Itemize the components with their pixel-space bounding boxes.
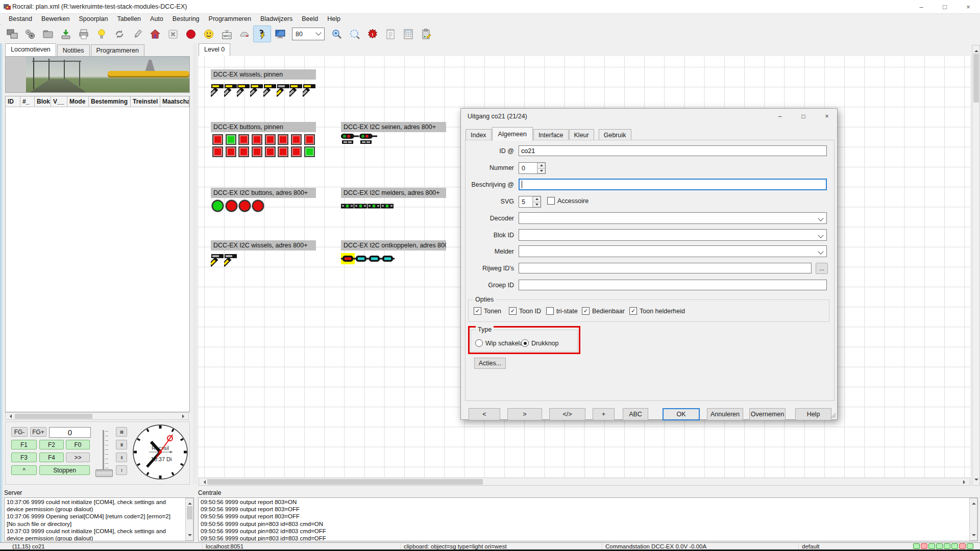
calculator-icon[interactable] <box>399 26 417 42</box>
column-header-bestemming[interactable]: Bestemming <box>89 96 131 107</box>
mouse-icon[interactable] <box>235 26 253 42</box>
round-button-symbol[interactable] <box>212 200 224 212</box>
tab-programmeren[interactable]: Programmeren <box>91 44 144 56</box>
square-button-symbol[interactable] <box>226 134 236 145</box>
decoder-select[interactable] <box>519 212 827 224</box>
edit-icon[interactable] <box>128 26 146 42</box>
uncoupler-symbol[interactable] <box>341 253 355 264</box>
server-log[interactable]: 10:37:06 9999 could not initialize [COM4… <box>4 497 194 541</box>
zoom-fit-icon[interactable] <box>346 26 363 42</box>
square-button-symbol[interactable] <box>278 146 288 157</box>
dialog-close-button[interactable]: × <box>816 109 838 123</box>
turnout-symbol[interactable] <box>224 253 237 269</box>
server-log-scrollbar[interactable] <box>185 498 193 541</box>
turnout-symbol[interactable] <box>277 83 290 99</box>
speed-step-button-iiii[interactable]: IIII <box>116 427 127 437</box>
square-button-symbol[interactable] <box>252 146 262 157</box>
column-header-[interactable]: #_ <box>20 96 35 107</box>
menu-item-besturing[interactable]: Besturing <box>168 14 204 23</box>
scroll-thumb[interactable] <box>207 479 483 485</box>
open-icon[interactable] <box>39 26 57 42</box>
square-button-symbol[interactable] <box>212 134 223 145</box>
dialog-tab-gebruik[interactable]: Gebruik <box>599 129 631 141</box>
centrale-log-scrollbar[interactable] <box>969 498 977 541</box>
turnout-symbol[interactable] <box>211 83 224 99</box>
round-button-symbol[interactable] <box>226 200 237 212</box>
f4-button[interactable]: F4 <box>39 453 64 462</box>
speed-step-button-i[interactable]: I <box>116 465 127 475</box>
close-icon[interactable] <box>164 26 182 42</box>
dialog-button-+[interactable]: + <box>593 408 615 420</box>
menu-item-bewerken[interactable]: Bewerken <box>37 14 75 23</box>
dialog-button-</>[interactable]: </> <box>549 408 585 420</box>
uncoupler-symbol[interactable] <box>354 253 368 264</box>
checkbox-bedienbaar[interactable]: ✓Bedienbaar <box>582 307 625 315</box>
tab-locomotieven[interactable]: Locomotieven <box>5 43 56 56</box>
column-header-treinstel[interactable]: Treinstel <box>131 96 160 107</box>
menu-item-beeld[interactable]: Beeld <box>297 14 323 23</box>
spin-up-icon[interactable] <box>537 163 545 168</box>
square-button-symbol[interactable] <box>238 146 249 157</box>
round-button-symbol[interactable] <box>252 200 264 212</box>
notes-icon[interactable] <box>381 26 399 42</box>
direction-button[interactable]: ^ <box>11 465 37 475</box>
power-connector-icon[interactable] <box>253 26 271 42</box>
scroll-right-icon[interactable] <box>182 414 186 418</box>
wio-icon[interactable]: WIO <box>217 26 235 42</box>
stop-icon[interactable] <box>182 26 200 42</box>
sensor-symbol[interactable] <box>381 203 394 210</box>
sensor-symbol[interactable] <box>354 203 368 210</box>
spin-down-icon[interactable] <box>537 168 545 174</box>
scroll-right-icon[interactable] <box>963 480 967 484</box>
maximize-button[interactable]: □ <box>933 0 957 13</box>
signal-symbol[interactable] <box>341 133 359 146</box>
tab-notities[interactable]: Notities <box>57 44 90 56</box>
rotate-icon[interactable] <box>110 26 128 42</box>
square-button-symbol[interactable] <box>304 134 315 145</box>
speed-step-button-iii[interactable]: III <box>116 440 127 449</box>
melder-select[interactable] <box>519 245 827 257</box>
turnout-symbol[interactable] <box>211 253 224 269</box>
dialog-tab-index[interactable]: Index <box>465 129 492 141</box>
canvas-hscrollbar[interactable] <box>199 478 970 486</box>
turnout-symbol[interactable] <box>289 83 303 99</box>
scroll-up-icon[interactable] <box>974 48 978 52</box>
rijweg-more-button[interactable]: ... <box>816 263 828 274</box>
dialog-button-<[interactable]: < <box>469 408 500 420</box>
square-button-symbol[interactable] <box>212 146 223 157</box>
menu-item-bestand[interactable]: Bestand <box>4 14 37 23</box>
next-functions-button[interactable]: >> <box>66 453 90 462</box>
save-icon[interactable] <box>57 26 75 42</box>
menu-item-auto[interactable]: Auto <box>145 14 168 23</box>
workspace-icon[interactable] <box>3 26 21 42</box>
rijweg-input[interactable] <box>519 263 812 273</box>
f3-button[interactable]: F3 <box>11 453 37 462</box>
stop-button[interactable]: Stoppen <box>39 465 90 475</box>
turnout-symbol[interactable] <box>250 83 263 99</box>
scroll-thumb[interactable] <box>15 414 92 419</box>
scroll-down-icon[interactable] <box>188 534 192 538</box>
menu-item-bladwijzers[interactable]: Bladwijzers <box>256 14 297 23</box>
close-button[interactable]: × <box>957 0 980 13</box>
groep-input[interactable] <box>519 280 827 290</box>
scroll-down-icon[interactable] <box>974 479 978 483</box>
spin-down-icon[interactable] <box>533 202 541 208</box>
checkbox-tonen[interactable]: ✓Tonen <box>474 307 501 315</box>
dialog-button-abc[interactable]: ABC <box>623 408 648 420</box>
menu-item-help[interactable]: Help <box>323 14 345 23</box>
fg-plus-button[interactable]: FG+ <box>30 427 46 437</box>
column-header-v[interactable]: V__ <box>51 96 67 107</box>
nummer-spinner[interactable]: 0 <box>519 162 546 174</box>
scroll-up-icon[interactable] <box>972 500 976 505</box>
spin-up-icon[interactable] <box>533 196 541 202</box>
checkbox-toon-id[interactable]: ✓Toon ID <box>509 307 541 315</box>
acties-button[interactable]: Acties... <box>474 358 506 369</box>
dialog-tab-algemeen[interactable]: Algemeen <box>492 127 533 141</box>
scroll-thumb[interactable] <box>187 506 192 519</box>
accessoire-checkbox[interactable]: Accessoire <box>547 197 589 205</box>
square-button-symbol[interactable] <box>265 146 276 157</box>
lamp-icon[interactable] <box>92 26 110 42</box>
column-header-maatscha[interactable]: Maatscha <box>160 96 189 107</box>
properties-icon[interactable] <box>21 26 39 42</box>
dialog-minimize-button[interactable]: – <box>769 109 791 123</box>
